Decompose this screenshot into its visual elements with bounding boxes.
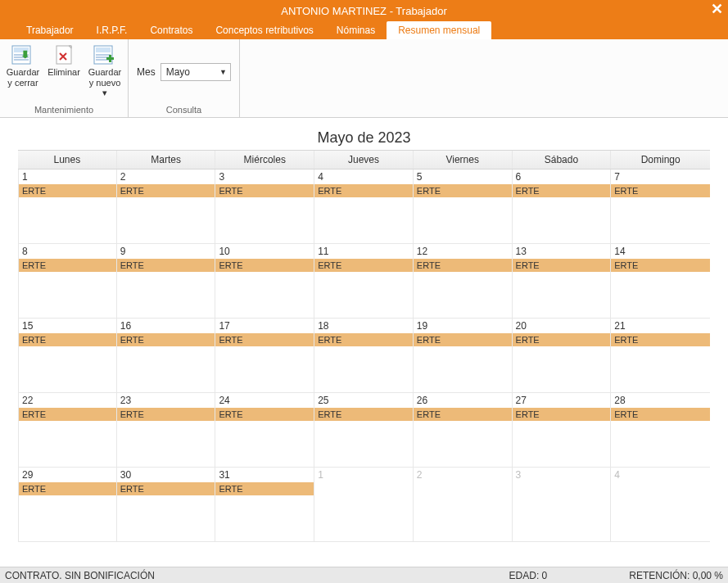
save-close-button[interactable]: Guardar y cerrar (3, 43, 43, 88)
calendar-cell[interactable]: 11ERTE (314, 244, 414, 319)
calendar-event[interactable]: ERTE (611, 408, 710, 421)
calendar-event[interactable]: ERTE (215, 259, 314, 272)
tab-contratos[interactable]: Contratos (138, 21, 204, 39)
calendar-event[interactable]: ERTE (19, 259, 116, 272)
calendar-cell[interactable]: 26ERTE (414, 393, 513, 468)
calendar-day-number: 27 (513, 393, 611, 408)
save-close-label-2: y cerrar (7, 78, 38, 88)
calendar-day-number: 3 (513, 468, 611, 482)
calendar-event[interactable]: ERTE (117, 333, 215, 346)
calendar-event[interactable]: ERTE (314, 408, 413, 421)
ribbon-group-label-consulta: Consulta (132, 105, 236, 116)
calendar-cell[interactable]: 3 (513, 468, 612, 542)
calendar-cell[interactable]: 7ERTE (611, 169, 710, 244)
calendar-day-number: 1 (314, 468, 413, 482)
calendar-event[interactable]: ERTE (314, 333, 413, 346)
calendar-cell[interactable]: 31ERTE (215, 468, 314, 542)
chevron-down-icon: ▼ (219, 68, 227, 76)
delete-button[interactable]: Eliminar (44, 43, 84, 78)
calendar-cell[interactable]: 4 (611, 468, 710, 542)
svg-rect-4 (14, 59, 29, 61)
calendar-event[interactable]: ERTE (19, 333, 116, 346)
calendar-cell[interactable]: 17ERTE (215, 319, 314, 393)
save-new-button[interactable]: Guardar y nuevo ▾ (85, 43, 124, 98)
calendar-event[interactable]: ERTE (19, 184, 116, 197)
calendar-event[interactable]: ERTE (414, 259, 512, 272)
calendar-event[interactable]: ERTE (215, 333, 314, 346)
calendar-event[interactable]: ERTE (611, 184, 710, 197)
calendar-day-number: 4 (314, 169, 413, 184)
calendar-cell[interactable]: 30ERTE (117, 468, 216, 542)
calendar-day-number: 20 (513, 319, 611, 333)
calendar-event[interactable]: ERTE (414, 408, 512, 421)
calendar-cell[interactable]: 1ERTE (18, 169, 117, 244)
calendar-cell[interactable]: 20ERTE (513, 319, 612, 393)
calendar-cell[interactable]: 27ERTE (513, 393, 612, 468)
calendar-day-number: 3 (215, 169, 314, 184)
calendar-cell[interactable]: 5ERTE (414, 169, 513, 244)
dayhead-jueves: Jueves (314, 151, 414, 169)
dayhead-martes: Martes (117, 151, 216, 169)
dayhead-lunes: Lunes (18, 151, 117, 169)
calendar-day-number: 2 (117, 169, 215, 184)
close-button[interactable]: ✕ (711, 0, 723, 18)
calendar-event[interactable]: ERTE (215, 408, 314, 421)
tab-nominas[interactable]: Nóminas (325, 21, 387, 39)
calendar-cell[interactable]: 6ERTE (513, 169, 612, 244)
calendar-event[interactable]: ERTE (215, 184, 314, 197)
calendar-event[interactable]: ERTE (513, 259, 611, 272)
calendar-event[interactable]: ERTE (414, 184, 512, 197)
month-select[interactable]: Mayo ▼ (161, 63, 231, 81)
calendar-cell[interactable]: 10ERTE (215, 244, 314, 319)
calendar-cell[interactable]: 9ERTE (117, 244, 216, 319)
calendar-cell[interactable]: 1 (314, 468, 414, 542)
calendar-cell[interactable]: 28ERTE (611, 393, 710, 468)
save-close-label-1: Guardar (7, 67, 39, 78)
calendar-day-number: 10 (215, 244, 314, 259)
calendar-event[interactable]: ERTE (215, 482, 314, 495)
calendar-cell[interactable]: 19ERTE (414, 319, 513, 393)
calendar-cell[interactable]: 29ERTE (18, 468, 117, 542)
calendar-cell[interactable]: 16ERTE (117, 319, 216, 393)
calendar-event[interactable]: ERTE (513, 184, 611, 197)
calendar-day-number: 1 (19, 169, 116, 184)
calendar-cell[interactable]: 21ERTE (611, 319, 710, 393)
tab-irpf[interactable]: I.R.P.F. (85, 21, 139, 39)
calendar-cell[interactable]: 3ERTE (215, 169, 314, 244)
calendar-event[interactable]: ERTE (314, 259, 413, 272)
tab-trabajador[interactable]: Trabajador (15, 21, 85, 39)
calendar-cell[interactable]: 25ERTE (314, 393, 414, 468)
calendar-event[interactable]: ERTE (513, 333, 611, 346)
calendar-event[interactable]: ERTE (611, 333, 710, 346)
calendar-event[interactable]: ERTE (117, 482, 215, 495)
calendar-cell[interactable]: 24ERTE (215, 393, 314, 468)
calendar-cell[interactable]: 2ERTE (117, 169, 216, 244)
tab-conceptos[interactable]: Conceptos retributivos (204, 21, 324, 39)
calendar-event[interactable]: ERTE (117, 259, 215, 272)
calendar-cell[interactable]: 18ERTE (314, 319, 414, 393)
calendar-cell[interactable]: 22ERTE (18, 393, 117, 468)
calendar-event[interactable]: ERTE (117, 184, 215, 197)
tab-resumen-mensual[interactable]: Resumen mensual (387, 21, 491, 39)
calendar-cell[interactable]: 14ERTE (611, 244, 710, 319)
calendar-cell[interactable]: 8ERTE (18, 244, 117, 319)
calendar-event[interactable]: ERTE (117, 408, 215, 421)
calendar-cell[interactable]: 12ERTE (414, 244, 513, 319)
calendar-event[interactable]: ERTE (19, 408, 116, 421)
calendar-cell[interactable]: 13ERTE (513, 244, 612, 319)
delete-icon (51, 44, 77, 67)
calendar-day-number: 30 (117, 468, 215, 482)
calendar-cell[interactable]: 23ERTE (117, 393, 216, 468)
calendar-cell[interactable]: 2 (414, 468, 513, 542)
calendar-event[interactable]: ERTE (414, 333, 512, 346)
calendar-event[interactable]: ERTE (19, 482, 116, 495)
calendar: Mayo de 2023 Lunes Martes Miércoles Juev… (0, 118, 728, 542)
calendar-cell[interactable]: 4ERTE (314, 169, 414, 244)
calendar-event[interactable]: ERTE (611, 259, 710, 272)
calendar-event[interactable]: ERTE (314, 184, 413, 197)
calendar-day-number: 4 (611, 468, 710, 482)
calendar-event[interactable]: ERTE (513, 408, 611, 421)
calendar-cell[interactable]: 15ERTE (18, 319, 117, 393)
title-bar: ANTONIO MARTINEZ - Trabajador ✕ (0, 0, 728, 21)
dayhead-domingo: Domingo (611, 151, 710, 169)
